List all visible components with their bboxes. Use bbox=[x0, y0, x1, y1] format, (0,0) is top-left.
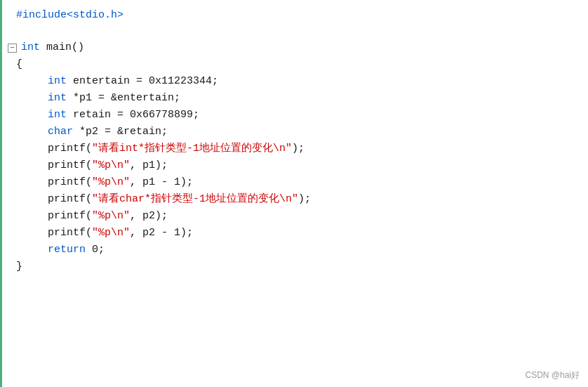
printf-call-1: printf( bbox=[48, 141, 92, 157]
watermark: CSDN @hai好 bbox=[525, 369, 580, 381]
printf-call-4: printf( bbox=[48, 192, 92, 207]
retain-var: retain = 0x66778899; bbox=[67, 107, 199, 123]
line-printf1: printf("请看int*指针类型-1地址位置的变化\n"); bbox=[2, 140, 588, 157]
close-brace: } bbox=[16, 259, 22, 275]
printf-call-5: printf( bbox=[48, 209, 92, 224]
line-retain-decl: int retain = 0x66778899; bbox=[2, 107, 588, 124]
kw-return: return bbox=[48, 242, 86, 258]
line-printf4: printf("请看char*指针类型-1地址位置的变化\n"); bbox=[2, 191, 588, 208]
printf-args-2: , p1); bbox=[130, 158, 168, 173]
kw-int-2: int bbox=[48, 91, 67, 106]
line-open-brace: { bbox=[2, 56, 588, 73]
printf-str-1: "请看int*指针类型-1地址位置的变化\n" bbox=[92, 141, 292, 157]
printf-args-3: , p1 - 1); bbox=[130, 175, 193, 190]
line-include: #include<stdio.h> bbox=[2, 7, 588, 24]
line-return: return 0; bbox=[2, 242, 588, 258]
main-func: main() bbox=[40, 40, 84, 55]
entertain-var: entertain = 0x11223344; bbox=[67, 74, 218, 89]
line-main-decl: − int main() bbox=[2, 39, 588, 56]
printf-str-4: "请看char*指针类型-1地址位置的变化\n" bbox=[92, 192, 298, 207]
line-printf3: printf("%p\n", p1 - 1); bbox=[2, 174, 588, 191]
kw-int-1: int bbox=[48, 74, 67, 89]
printf-end-4: ); bbox=[298, 192, 311, 207]
printf-args-5: , p2); bbox=[130, 209, 168, 224]
line-p1-decl: int *p1 = &entertain; bbox=[2, 90, 588, 107]
line-printf5: printf("%p\n", p2); bbox=[2, 208, 588, 225]
line-blank bbox=[2, 24, 588, 39]
fold-minus-icon[interactable]: − bbox=[8, 44, 17, 53]
printf-call-6: printf( bbox=[48, 225, 92, 241]
keyword-int: int bbox=[21, 40, 40, 55]
printf-fmt-6: "%p\n" bbox=[92, 225, 130, 241]
line-p2-decl: char *p2 = &retain; bbox=[2, 124, 588, 140]
printf-fmt-2: "%p\n" bbox=[92, 158, 130, 173]
p2-var: *p2 = &retain; bbox=[73, 124, 168, 140]
code-editor: #include<stdio.h> − int main() { int ent… bbox=[0, 0, 588, 387]
printf-end-1: ); bbox=[292, 141, 305, 157]
printf-args-6: , p2 - 1); bbox=[130, 225, 193, 241]
printf-fmt-3: "%p\n" bbox=[92, 175, 130, 190]
kw-char: char bbox=[48, 124, 73, 140]
p1-var: *p1 = &entertain; bbox=[67, 91, 180, 106]
line-entertain-decl: int entertain = 0x11223344; bbox=[2, 73, 588, 90]
printf-call-3: printf( bbox=[48, 175, 92, 190]
return-val: 0; bbox=[86, 242, 105, 258]
printf-fmt-5: "%p\n" bbox=[92, 209, 130, 224]
line-printf2: printf("%p\n", p1); bbox=[2, 157, 588, 174]
open-brace: { bbox=[16, 57, 22, 72]
line-printf6: printf("%p\n", p2 - 1); bbox=[2, 225, 588, 242]
code-include-directive: #include<stdio.h> bbox=[16, 8, 123, 23]
line-close-brace: } bbox=[2, 258, 588, 275]
printf-call-2: printf( bbox=[48, 158, 92, 173]
kw-int-3: int bbox=[48, 107, 67, 123]
